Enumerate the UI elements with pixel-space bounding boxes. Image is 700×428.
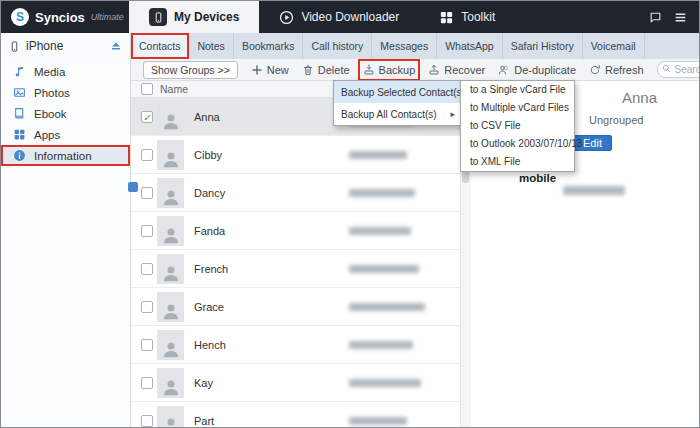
detail-contact-name: Anna <box>622 89 657 106</box>
submenu-item-csv[interactable]: to CSV File <box>461 117 574 135</box>
device-selector[interactable]: iPhone <box>1 33 131 59</box>
row-checkbox[interactable] <box>141 187 153 199</box>
contact-name: French <box>194 263 228 275</box>
panel-handle-icon[interactable] <box>128 182 138 192</box>
feedback-icon[interactable] <box>649 11 662 24</box>
tab-voicemail[interactable]: Voicemail <box>583 33 645 59</box>
submenu-item-single-vcard[interactable]: to a Single vCard File <box>461 81 574 99</box>
sidebar-item-apps[interactable]: Apps <box>1 124 130 145</box>
contact-avatar <box>157 292 184 322</box>
nav-tab-label: Toolkit <box>461 10 495 24</box>
contact-avatar <box>157 406 184 428</box>
contact-name: Fanda <box>194 225 225 237</box>
contact-row[interactable]: Fanda <box>131 212 460 250</box>
brand: S Syncios Ultimate <box>1 8 129 26</box>
contact-row[interactable]: Cibby <box>131 136 460 174</box>
photo-icon <box>13 86 26 99</box>
blurred-phone <box>349 417 407 425</box>
check-icon: ✓ <box>142 112 152 123</box>
sidebar-item-label: Information <box>34 150 92 162</box>
menu-item-backup-all[interactable]: Backup All Contact(s) ▸ <box>334 103 462 125</box>
row-checkbox[interactable] <box>141 339 153 351</box>
row-checkbox[interactable] <box>141 263 153 275</box>
contact-avatar <box>157 254 184 284</box>
backup-menu: Backup Selected Contact(s) ▸ Backup All … <box>333 80 463 126</box>
contact-row[interactable]: Part <box>131 402 460 428</box>
recover-button[interactable]: Recover <box>428 64 485 76</box>
brand-name: Syncios <box>35 10 85 25</box>
sidebar-item-information[interactable]: Information <box>1 145 130 166</box>
deduplicate-button[interactable]: De-duplicate <box>498 64 576 76</box>
toolkit-grid-icon <box>439 10 454 25</box>
submenu-item-multiple-vcard[interactable]: to Multiple vCard Files <box>461 99 574 117</box>
contact-list: Name ✓ Anna Cibby Dancy Fanda <box>131 81 460 428</box>
tab-call-history[interactable]: Call history <box>303 33 372 59</box>
contact-row[interactable]: Kay <box>131 364 460 402</box>
nav-tab-video-downloader[interactable]: Video Downloader <box>259 1 419 33</box>
delete-button[interactable]: Delete <box>302 64 350 76</box>
contact-name: Part <box>194 415 214 427</box>
contact-row[interactable]: Grace <box>131 288 460 326</box>
blurred-phone <box>563 186 625 195</box>
blurred-phone <box>349 265 419 273</box>
menu-icon[interactable] <box>674 11 687 24</box>
sidebar-item-label: Apps <box>34 129 60 141</box>
row-checkbox[interactable] <box>141 301 153 313</box>
submenu-arrow-icon: ▸ <box>450 109 455 119</box>
person-icon <box>161 110 181 132</box>
syncios-window: S Syncios Ultimate My Devices Video Down… <box>0 0 700 428</box>
phone-type-label: mobile <box>519 172 556 184</box>
search-icon <box>662 64 671 73</box>
row-checkbox[interactable]: ✓ <box>141 111 153 123</box>
submenu-item-outlook[interactable]: to Outlook 2003/07/10/13 <box>461 135 574 153</box>
sub-bar: iPhone Contacts Notes Bookmarks Call his… <box>1 33 700 59</box>
tab-notes[interactable]: Notes <box>189 33 233 59</box>
refresh-button[interactable]: Refresh <box>589 64 644 76</box>
backup-icon <box>363 64 375 76</box>
row-checkbox[interactable] <box>141 225 153 237</box>
sidebar-item-ebook[interactable]: Ebook <box>1 103 130 124</box>
contact-name: Hench <box>194 339 226 351</box>
blurred-phone <box>349 151 407 159</box>
person-icon <box>161 262 181 284</box>
tab-bookmarks[interactable]: Bookmarks <box>234 33 304 59</box>
sidebar-item-photos[interactable]: Photos <box>1 82 130 103</box>
blurred-phone <box>349 379 421 387</box>
nav-tab-my-devices[interactable]: My Devices <box>129 1 259 33</box>
person-duplicate-icon <box>498 64 510 76</box>
menu-item-backup-selected[interactable]: Backup Selected Contact(s) ▸ <box>334 81 462 103</box>
sidebar-item-media[interactable]: Media <box>1 61 130 82</box>
row-checkbox[interactable] <box>141 149 153 161</box>
contact-row[interactable]: French <box>131 250 460 288</box>
apps-icon <box>13 128 26 141</box>
contact-name: Kay <box>194 377 213 389</box>
row-checkbox[interactable] <box>141 415 153 427</box>
person-icon <box>161 224 181 246</box>
backup-button[interactable]: Backup <box>363 64 416 76</box>
tab-messages[interactable]: Messages <box>372 33 437 59</box>
syncios-logo-icon: S <box>11 8 29 26</box>
contact-name: Cibby <box>194 149 222 161</box>
nav-tab-label: My Devices <box>174 10 239 24</box>
contact-row[interactable]: Hench <box>131 326 460 364</box>
row-checkbox[interactable] <box>141 377 153 389</box>
submenu-item-xml[interactable]: to XML File <box>461 153 574 171</box>
show-groups-button[interactable]: Show Groups >> <box>143 61 238 79</box>
nav-tab-toolkit[interactable]: Toolkit <box>419 1 515 33</box>
device-name: iPhone <box>26 39 63 53</box>
eject-icon[interactable] <box>110 40 122 52</box>
new-button[interactable]: New <box>251 64 289 76</box>
sidebar-item-label: Photos <box>34 87 70 99</box>
tab-whatsapp[interactable]: WhatsApp <box>437 33 502 59</box>
person-icon <box>161 414 181 428</box>
contact-avatar <box>157 368 184 398</box>
device-badge-icon <box>149 8 167 26</box>
contact-row[interactable]: Dancy <box>131 174 460 212</box>
tab-contacts[interactable]: Contacts <box>131 33 189 59</box>
play-circle-icon <box>279 10 294 25</box>
sidebar: Media Photos Ebook Apps Information <box>1 59 131 428</box>
tab-safari-history[interactable]: Safari History <box>503 33 583 59</box>
select-all-checkbox[interactable] <box>141 83 153 95</box>
info-icon <box>13 149 26 162</box>
refresh-icon <box>589 64 601 76</box>
